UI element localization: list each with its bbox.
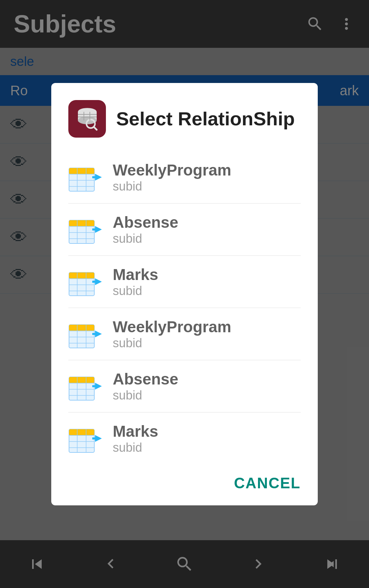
item-text: WeeklyProgramsubid	[113, 318, 231, 350]
item-name: Marks	[113, 422, 158, 440]
dialog-list: WeeklyProgramsubid Absensesubid	[68, 151, 301, 464]
item-subtext: subid	[113, 179, 231, 194]
dialog-actions: CANCEL	[68, 475, 301, 492]
item-subtext: subid	[113, 440, 158, 455]
dialog-header: Select RelationShip	[68, 100, 301, 138]
list-item[interactable]: Absensesubid	[68, 204, 301, 256]
item-name: Absense	[113, 370, 178, 388]
svg-rect-10	[69, 168, 94, 174]
list-item[interactable]: Markssubid	[68, 412, 301, 464]
table-icon	[68, 423, 102, 454]
table-icon	[68, 266, 102, 297]
list-item[interactable]: Absensesubid	[68, 360, 301, 412]
cancel-button[interactable]: CANCEL	[234, 475, 301, 492]
item-name: WeeklyProgram	[113, 318, 231, 336]
svg-rect-53	[92, 385, 100, 387]
item-text: Markssubid	[113, 422, 158, 455]
table-icon	[68, 214, 102, 245]
svg-rect-28	[69, 272, 94, 279]
item-name: Absense	[113, 213, 178, 232]
item-subtext: subid	[113, 388, 178, 403]
svg-rect-37	[69, 325, 94, 331]
table-icon	[68, 371, 102, 402]
svg-rect-19	[69, 220, 94, 226]
svg-rect-17	[92, 176, 100, 178]
item-name: WeeklyProgram	[113, 161, 231, 179]
item-text: Markssubid	[113, 265, 158, 298]
item-subtext: subid	[113, 232, 178, 246]
svg-line-4	[94, 127, 97, 130]
dialog-title: Select RelationShip	[116, 108, 295, 130]
svg-rect-44	[92, 333, 100, 335]
svg-rect-35	[92, 281, 100, 283]
svg-rect-55	[69, 429, 94, 435]
item-name: Marks	[113, 265, 158, 284]
table-icon	[68, 319, 102, 349]
item-subtext: subid	[113, 336, 231, 350]
list-item[interactable]: WeeklyProgramsubid	[68, 308, 301, 360]
modal-overlay: Select RelationShip WeeklyProgramsu	[0, 0, 369, 588]
app-icon	[68, 100, 106, 138]
dialog: Select RelationShip WeeklyProgramsu	[51, 83, 318, 505]
list-item[interactable]: Markssubid	[68, 256, 301, 308]
item-text: Absensesubid	[113, 370, 178, 403]
list-item[interactable]: WeeklyProgramsubid	[68, 151, 301, 204]
svg-rect-62	[92, 437, 100, 439]
table-icon	[68, 162, 102, 193]
item-subtext: subid	[113, 284, 158, 298]
svg-rect-46	[69, 377, 94, 383]
svg-rect-26	[92, 228, 100, 230]
item-text: Absensesubid	[113, 213, 178, 246]
item-text: WeeklyProgramsubid	[113, 161, 231, 194]
